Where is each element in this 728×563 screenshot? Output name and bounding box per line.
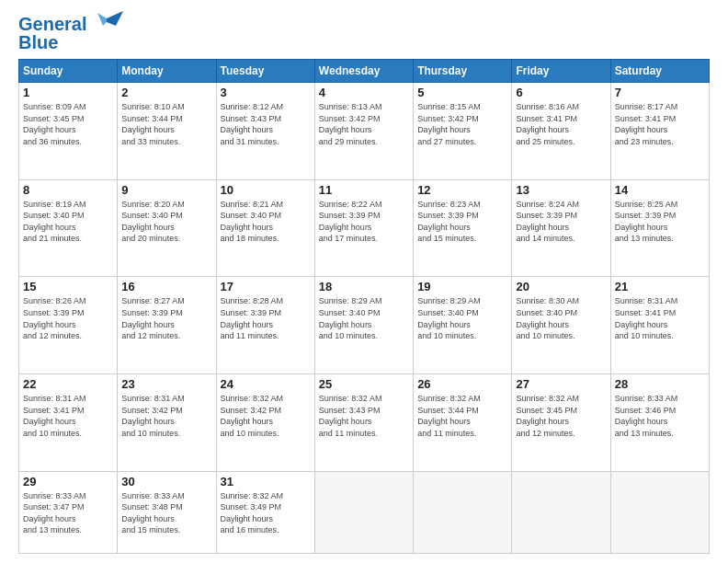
day-info: Sunrise: 8:17 AM Sunset: 3:41 PM Dayligh…: [615, 101, 705, 147]
calendar-cell: 15 Sunrise: 8:26 AM Sunset: 3:39 PM Dayl…: [19, 277, 118, 374]
day-number: 1: [23, 86, 113, 99]
header: GeneralBlue: [18, 15, 710, 52]
day-number: 5: [417, 86, 507, 99]
logo-text: GeneralBlue: [18, 15, 86, 52]
day-number: 25: [319, 377, 409, 391]
day-number: 6: [516, 86, 606, 99]
day-info: Sunrise: 8:12 AM Sunset: 3:43 PM Dayligh…: [221, 101, 311, 147]
day-number: 23: [121, 377, 211, 391]
calendar-cell: 20 Sunrise: 8:30 AM Sunset: 3:40 PM Dayl…: [512, 277, 610, 374]
calendar-cell: [512, 471, 610, 553]
day-number: 27: [516, 377, 606, 391]
day-number: 2: [121, 86, 211, 99]
svg-marker-1: [97, 13, 107, 26]
day-number: 3: [221, 86, 311, 99]
col-friday: Friday: [512, 60, 610, 83]
calendar-cell: 10 Sunrise: 8:21 AM Sunset: 3:40 PM Dayl…: [216, 179, 314, 277]
day-number: 19: [417, 280, 507, 293]
day-number: 31: [221, 475, 311, 488]
calendar-cell: 24 Sunrise: 8:32 AM Sunset: 3:42 PM Dayl…: [216, 374, 314, 472]
day-number: 24: [221, 377, 311, 391]
day-number: 29: [23, 475, 113, 488]
day-info: Sunrise: 8:33 AM Sunset: 3:48 PM Dayligh…: [121, 490, 211, 536]
calendar-cell: 6 Sunrise: 8:16 AM Sunset: 3:41 PM Dayli…: [512, 83, 610, 180]
calendar-cell: 29 Sunrise: 8:33 AM Sunset: 3:47 PM Dayl…: [19, 471, 118, 553]
day-number: 14: [615, 183, 705, 197]
calendar-cell: 28 Sunrise: 8:33 AM Sunset: 3:46 PM Dayl…: [610, 374, 709, 472]
day-number: 8: [23, 183, 113, 197]
day-info: Sunrise: 8:28 AM Sunset: 3:39 PM Dayligh…: [221, 295, 311, 341]
day-number: 20: [516, 280, 606, 293]
day-info: Sunrise: 8:33 AM Sunset: 3:47 PM Dayligh…: [23, 490, 113, 536]
day-number: 12: [417, 183, 507, 197]
calendar-cell: [314, 471, 413, 553]
day-info: Sunrise: 8:30 AM Sunset: 3:40 PM Dayligh…: [516, 295, 606, 341]
day-info: Sunrise: 8:32 AM Sunset: 3:43 PM Dayligh…: [319, 393, 409, 439]
day-number: 28: [615, 377, 705, 391]
day-info: Sunrise: 8:19 AM Sunset: 3:40 PM Dayligh…: [23, 199, 113, 245]
calendar-cell: 5 Sunrise: 8:15 AM Sunset: 3:42 PM Dayli…: [414, 83, 512, 180]
day-number: 7: [615, 86, 705, 99]
day-info: Sunrise: 8:32 AM Sunset: 3:44 PM Dayligh…: [417, 393, 507, 439]
svg-marker-0: [107, 11, 123, 26]
calendar-cell: 22 Sunrise: 8:31 AM Sunset: 3:41 PM Dayl…: [19, 374, 118, 472]
calendar-cell: [610, 471, 709, 553]
day-info: Sunrise: 8:29 AM Sunset: 3:40 PM Dayligh…: [319, 295, 409, 341]
calendar-table: Sunday Monday Tuesday Wednesday Thursday…: [18, 59, 710, 554]
day-info: Sunrise: 8:09 AM Sunset: 3:45 PM Dayligh…: [23, 101, 113, 147]
day-info: Sunrise: 8:25 AM Sunset: 3:39 PM Dayligh…: [615, 199, 705, 245]
day-info: Sunrise: 8:16 AM Sunset: 3:41 PM Dayligh…: [516, 101, 606, 147]
day-number: 15: [23, 280, 113, 293]
day-number: 22: [23, 377, 113, 391]
calendar-cell: 23 Sunrise: 8:31 AM Sunset: 3:42 PM Dayl…: [118, 374, 216, 472]
calendar-cell: 30 Sunrise: 8:33 AM Sunset: 3:48 PM Dayl…: [118, 471, 216, 553]
day-number: 10: [221, 183, 311, 197]
day-info: Sunrise: 8:31 AM Sunset: 3:41 PM Dayligh…: [615, 295, 705, 341]
calendar-cell: 8 Sunrise: 8:19 AM Sunset: 3:40 PM Dayli…: [19, 179, 118, 277]
calendar-cell: 12 Sunrise: 8:23 AM Sunset: 3:39 PM Dayl…: [414, 179, 512, 277]
day-info: Sunrise: 8:10 AM Sunset: 3:44 PM Dayligh…: [121, 101, 211, 147]
day-info: Sunrise: 8:20 AM Sunset: 3:40 PM Dayligh…: [121, 199, 211, 245]
calendar-cell: 19 Sunrise: 8:29 AM Sunset: 3:40 PM Dayl…: [414, 277, 512, 374]
day-number: 17: [221, 280, 311, 293]
day-number: 9: [121, 183, 211, 197]
calendar-cell: 25 Sunrise: 8:32 AM Sunset: 3:43 PM Dayl…: [314, 374, 413, 472]
day-info: Sunrise: 8:26 AM Sunset: 3:39 PM Dayligh…: [23, 295, 113, 341]
calendar-cell: 9 Sunrise: 8:20 AM Sunset: 3:40 PM Dayli…: [118, 179, 216, 277]
calendar-cell: 27 Sunrise: 8:32 AM Sunset: 3:45 PM Dayl…: [512, 374, 610, 472]
calendar-cell: 4 Sunrise: 8:13 AM Sunset: 3:42 PM Dayli…: [314, 83, 413, 180]
calendar-cell: 31 Sunrise: 8:32 AM Sunset: 3:49 PM Dayl…: [216, 471, 314, 553]
day-info: Sunrise: 8:33 AM Sunset: 3:46 PM Dayligh…: [615, 393, 705, 439]
day-info: Sunrise: 8:32 AM Sunset: 3:45 PM Dayligh…: [516, 393, 606, 439]
col-tuesday: Tuesday: [216, 60, 314, 83]
calendar-cell: 17 Sunrise: 8:28 AM Sunset: 3:39 PM Dayl…: [216, 277, 314, 374]
calendar-week-1: 1 Sunrise: 8:09 AM Sunset: 3:45 PM Dayli…: [19, 83, 710, 180]
day-info: Sunrise: 8:22 AM Sunset: 3:39 PM Dayligh…: [319, 199, 409, 245]
day-number: 30: [121, 475, 211, 488]
col-monday: Monday: [118, 60, 216, 83]
calendar-cell: 1 Sunrise: 8:09 AM Sunset: 3:45 PM Dayli…: [19, 83, 118, 180]
day-info: Sunrise: 8:29 AM Sunset: 3:40 PM Dayligh…: [417, 295, 507, 341]
day-info: Sunrise: 8:21 AM Sunset: 3:40 PM Dayligh…: [221, 199, 311, 245]
day-number: 11: [319, 183, 409, 197]
calendar-cell: 18 Sunrise: 8:29 AM Sunset: 3:40 PM Dayl…: [314, 277, 413, 374]
day-info: Sunrise: 8:32 AM Sunset: 3:42 PM Dayligh…: [221, 393, 311, 439]
day-info: Sunrise: 8:13 AM Sunset: 3:42 PM Dayligh…: [319, 101, 409, 147]
day-info: Sunrise: 8:23 AM Sunset: 3:39 PM Dayligh…: [417, 199, 507, 245]
calendar-cell: 7 Sunrise: 8:17 AM Sunset: 3:41 PM Dayli…: [610, 83, 709, 180]
day-info: Sunrise: 8:32 AM Sunset: 3:49 PM Dayligh…: [221, 490, 311, 536]
day-info: Sunrise: 8:24 AM Sunset: 3:39 PM Dayligh…: [516, 199, 606, 245]
logo-part2: Blue: [18, 32, 58, 52]
logo: GeneralBlue: [18, 15, 123, 52]
day-info: Sunrise: 8:31 AM Sunset: 3:41 PM Dayligh…: [23, 393, 113, 439]
calendar-cell: 16 Sunrise: 8:27 AM Sunset: 3:39 PM Dayl…: [118, 277, 216, 374]
calendar-cell: 26 Sunrise: 8:32 AM Sunset: 3:44 PM Dayl…: [414, 374, 512, 472]
logo-part1: General: [18, 14, 86, 34]
calendar-cell: 21 Sunrise: 8:31 AM Sunset: 3:41 PM Dayl…: [610, 277, 709, 374]
calendar-cell: 14 Sunrise: 8:25 AM Sunset: 3:39 PM Dayl…: [610, 179, 709, 277]
calendar-week-4: 22 Sunrise: 8:31 AM Sunset: 3:41 PM Dayl…: [19, 374, 710, 472]
day-number: 18: [319, 280, 409, 293]
day-info: Sunrise: 8:15 AM Sunset: 3:42 PM Dayligh…: [417, 101, 507, 147]
day-number: 26: [417, 377, 507, 391]
page: GeneralBlue Sunday Monday Tuesday Wednes…: [0, 0, 728, 563]
